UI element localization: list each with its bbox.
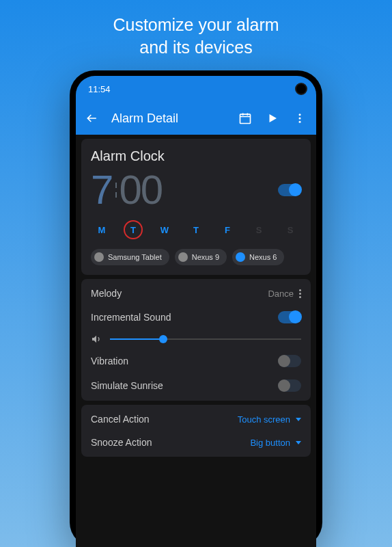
incremental-label: Incremental Sound: [91, 312, 171, 323]
device-tag-label: Samsung Tablet: [108, 253, 162, 261]
vibration-label: Vibration: [91, 356, 128, 366]
phone-frame: 11:54 Alarm Detail Alarm Clock 7: [70, 70, 322, 547]
back-arrow-icon: [85, 111, 99, 125]
melody-value: Dance: [268, 289, 294, 299]
volume-row: [91, 330, 301, 349]
device-tag-label: Nexus 6: [249, 253, 277, 261]
calendar-button[interactable]: [237, 110, 253, 126]
overflow-button[interactable]: [292, 110, 308, 126]
day-5[interactable]: S: [249, 220, 268, 239]
device-tag-label: Nexus 9: [192, 253, 219, 261]
alarm-minutes: 00: [119, 170, 162, 211]
day-4[interactable]: F: [218, 220, 237, 239]
alarm-hours: 7: [91, 170, 113, 211]
device-tag-1[interactable]: Nexus 9: [175, 249, 227, 265]
alarm-enable-toggle[interactable]: [278, 184, 301, 196]
melody-row[interactable]: Melody Dance: [91, 282, 301, 305]
day-1[interactable]: T: [124, 220, 143, 239]
day-2[interactable]: W: [155, 220, 174, 239]
weekday-selector: MTWTFSS: [91, 220, 301, 239]
cancel-action-label: Cancel Action: [91, 414, 150, 425]
status-time: 11:54: [88, 84, 111, 94]
day-0[interactable]: M: [92, 220, 111, 239]
alarm-name[interactable]: Alarm Clock: [91, 148, 301, 164]
sound-card: Melody Dance Incremental Sound: [81, 279, 311, 401]
svg-point-1: [299, 114, 301, 116]
actions-card: Cancel Action Touch screen Snooze Action…: [81, 405, 311, 457]
device-tags: Samsung TabletNexus 9Nexus 6: [91, 249, 301, 265]
snooze-action-value: Big button: [250, 438, 290, 448]
svg-point-2: [299, 118, 301, 120]
screen: 11:54 Alarm Detail Alarm Clock 7: [76, 76, 316, 547]
cancel-action-value: Touch screen: [238, 414, 290, 425]
device-tag-2[interactable]: Nexus 6: [232, 249, 284, 265]
vibration-toggle[interactable]: [278, 355, 301, 367]
front-camera: [295, 83, 307, 95]
promo-headline: Customize your alarm and its devices: [113, 14, 279, 58]
chevron-down-icon: [296, 418, 301, 421]
sunrise-toggle[interactable]: [278, 379, 301, 392]
speaker-icon: [91, 334, 102, 345]
device-tag-0[interactable]: Samsung Tablet: [91, 249, 169, 265]
vibration-row: Vibration: [91, 349, 301, 373]
back-button[interactable]: [84, 110, 100, 126]
incremental-sound-row: Incremental Sound: [91, 305, 301, 330]
app-bar: Alarm Detail: [76, 102, 316, 135]
alarm-card: Alarm Clock 7 00 MTWTFSS Samsung TabletN…: [81, 139, 311, 275]
snooze-action-label: Snooze Action: [91, 437, 152, 448]
melody-more-icon[interactable]: [299, 289, 301, 298]
play-icon: [266, 112, 279, 124]
play-button[interactable]: [264, 110, 281, 126]
device-dot-icon: [236, 252, 245, 262]
chevron-down-icon: [296, 441, 301, 444]
time-colon: [115, 183, 117, 198]
sunrise-row: Simulate Sunrise: [91, 373, 301, 398]
melody-label: Melody: [91, 288, 122, 299]
sunrise-label: Simulate Sunrise: [91, 380, 163, 391]
day-6[interactable]: S: [281, 220, 300, 239]
alarm-time[interactable]: 7 00: [91, 170, 162, 211]
svg-rect-0: [240, 114, 251, 123]
svg-point-3: [299, 121, 301, 123]
volume-slider[interactable]: [110, 338, 301, 340]
cancel-action-row[interactable]: Cancel Action Touch screen: [91, 408, 301, 431]
promo-line1: Customize your alarm: [113, 14, 279, 36]
page-title: Alarm Detail: [111, 111, 226, 126]
calendar-icon: [238, 111, 252, 125]
device-dot-icon: [178, 252, 188, 262]
status-bar: 11:54: [76, 76, 316, 102]
incremental-toggle[interactable]: [278, 311, 301, 323]
snooze-action-row[interactable]: Snooze Action Big button: [91, 431, 301, 454]
day-3[interactable]: T: [186, 220, 206, 239]
device-dot-icon: [94, 252, 104, 262]
promo-line2: and its devices: [113, 36, 279, 59]
more-vert-icon: [294, 112, 306, 124]
